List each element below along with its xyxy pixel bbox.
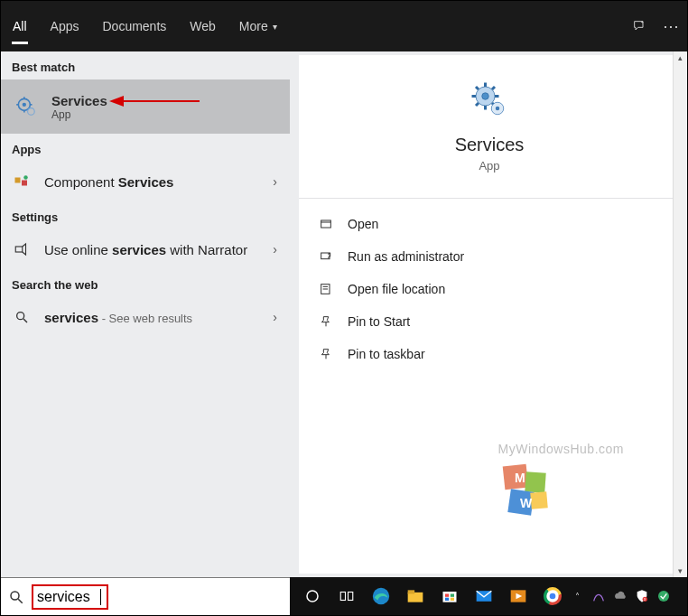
action-run-admin[interactable]: Run as administrator [299,240,680,273]
result-best-match-services[interactable]: Services App [1,79,290,134]
folder-icon [317,280,335,298]
svg-rect-37 [525,471,545,492]
tab-documents[interactable]: Documents [90,1,178,51]
svg-point-0 [642,22,643,23]
svg-marker-9 [109,96,124,107]
watermark: MyWindowsHub.com M W [498,442,624,523]
svg-line-25 [492,87,495,89]
svg-line-22 [476,87,479,89]
svg-rect-50 [443,592,457,602]
result-title: Services [51,93,107,108]
svg-rect-49 [408,590,415,593]
action-open-location[interactable]: Open file location [299,273,680,305]
text-caret [100,589,101,605]
services-gear-icon [12,92,41,121]
result-subtitle: App [51,108,107,121]
divider [299,198,680,199]
svg-rect-28 [321,220,331,228]
scrollbar[interactable]: ▴ ▾ [673,51,687,577]
svg-point-2 [23,103,26,107]
chevron-right-icon[interactable]: › [273,174,277,189]
section-search-web: Search the web [1,269,290,297]
onedrive-icon[interactable] [613,589,628,603]
svg-rect-53 [445,598,449,601]
chevron-right-icon[interactable]: › [273,310,277,324]
section-best-match: Best match [1,51,290,79]
search-input-highlight [32,584,108,610]
svg-line-15 [23,319,27,322]
preview-subtitle: App [479,159,499,173]
svg-point-65 [658,591,669,602]
chevron-right-icon[interactable]: › [273,242,277,257]
tab-more[interactable]: More▾ [228,1,289,51]
search-icon [8,589,24,605]
cortana-icon[interactable] [295,579,330,613]
edge-icon[interactable] [364,579,398,613]
svg-point-44 [307,591,318,602]
component-services-icon [12,172,32,191]
taskbar: ˄ x [290,577,687,615]
pin-icon [317,313,335,331]
svg-point-62 [550,593,556,600]
search-filter-tabs: All Apps Documents Web More▾ ⋯ [1,1,687,51]
result-label: Use online services with Narrator [44,242,247,257]
result-label: services - See web results [44,310,192,325]
svg-rect-13 [15,247,23,252]
feedback-icon[interactable] [632,19,646,33]
preview-panel: Services App Open Run as administrator [299,55,680,574]
tab-apps[interactable]: Apps [39,1,91,51]
svg-point-14 [17,313,24,320]
result-component-services[interactable]: Component Services › [1,162,290,201]
tab-all[interactable]: All [1,1,39,51]
narrator-icon [12,239,32,259]
svg-rect-10 [15,178,21,183]
svg-rect-46 [349,593,353,601]
tray-chevron-icon[interactable]: ˄ [570,579,584,613]
svg-line-43 [18,599,23,603]
security-icon[interactable]: x [635,589,649,603]
mail-icon[interactable] [467,579,501,613]
status-ok-icon[interactable] [656,589,671,603]
preview-title: Services [455,135,525,155]
chrome-icon[interactable] [535,579,570,613]
search-icon [12,307,32,327]
pin-icon [317,345,335,363]
tab-web[interactable]: Web [178,1,228,51]
svg-text:W: W [520,496,533,510]
chevron-down-icon: ▾ [273,22,277,32]
action-pin-taskbar[interactable]: Pin to taskbar [299,338,680,370]
open-icon [317,215,335,233]
svg-point-42 [11,592,19,600]
svg-point-17 [482,93,489,100]
shield-icon [317,247,335,266]
tray-app-icon[interactable] [591,589,606,603]
svg-rect-51 [445,594,449,597]
annotation-arrow [109,92,200,110]
action-pin-start[interactable]: Pin to Start [299,305,680,338]
svg-rect-52 [451,594,454,597]
section-apps: Apps [1,134,290,162]
options-icon[interactable]: ⋯ [663,16,680,36]
scroll-up-icon[interactable]: ▴ [674,51,687,64]
svg-point-7 [28,108,35,116]
action-open[interactable]: Open [299,208,680,240]
task-view-icon[interactable] [330,579,364,613]
svg-point-27 [496,107,500,111]
svg-point-12 [23,175,28,180]
svg-rect-45 [340,593,345,601]
search-input[interactable] [37,589,100,605]
explorer-icon[interactable] [398,579,432,613]
section-settings: Settings [1,201,290,229]
svg-rect-39 [530,491,548,509]
svg-line-24 [476,103,479,106]
results-panel: Best match Services App [1,51,290,577]
svg-rect-11 [22,181,27,186]
result-label: Component Services [44,174,173,190]
svg-rect-54 [451,598,454,601]
scroll-down-icon[interactable]: ▾ [674,565,687,577]
result-web-services[interactable]: services - See web results › [1,297,290,337]
store-icon[interactable] [432,579,467,613]
svg-text:M: M [515,471,525,485]
movies-icon[interactable] [501,579,535,613]
result-narrator-setting[interactable]: Use online services with Narrator › [1,229,290,269]
